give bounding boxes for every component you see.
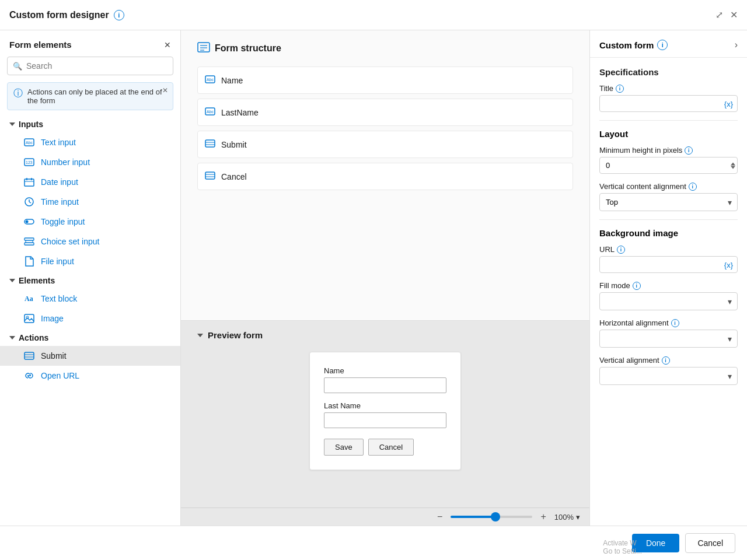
fill-mode-info-icon[interactable]: i (633, 282, 641, 290)
fill-mode-label-text: Fill mode (599, 281, 630, 290)
min-height-label-text: Minimum height in pixels (599, 146, 682, 155)
title-input[interactable] (599, 95, 738, 112)
svg-rect-20 (25, 352, 34, 359)
vert-align-bg-select[interactable]: Top Center Bottom (599, 367, 738, 385)
title-info-icon[interactable]: i (114, 10, 124, 20)
toggle-input-label: Toggle input (41, 217, 85, 226)
fill-mode-select[interactable]: Cover RepeatHorizontally RepeatVerticall… (599, 292, 738, 310)
sidebar-item-time-input[interactable]: Time input (0, 192, 180, 212)
preview-save-button[interactable]: Save (324, 439, 364, 456)
url-expression-icon[interactable]: {x} (724, 260, 733, 269)
horiz-align-container: Left Center Right ▾ (599, 330, 738, 348)
min-height-info-icon[interactable]: i (685, 146, 693, 155)
elements-list: Inputs Abc Text input 123 Number input D… (0, 115, 180, 526)
right-panel-expand-icon[interactable]: › (735, 40, 738, 50)
section-header-elements[interactable]: Elements (0, 271, 180, 289)
right-panel-title-group: Custom form i (599, 40, 668, 50)
title-field-container: {x} (599, 95, 738, 112)
form-row-cancel[interactable]: Cancel (197, 163, 573, 190)
svg-text:Abc: Abc (26, 141, 33, 145)
vert-align-bg-info-icon[interactable]: i (662, 356, 670, 365)
chevron-down-elements (9, 279, 15, 282)
submit-label: Submit (41, 351, 67, 360)
svg-text:Abc: Abc (207, 78, 214, 82)
form-structure-title: Form structure (215, 43, 281, 54)
form-structure-header: Form structure (197, 42, 573, 55)
expand-icon[interactable]: ⤢ (715, 9, 723, 20)
app-title: Custom form designer (9, 10, 109, 20)
horiz-align-label: Horizontal alignment i (599, 318, 738, 327)
left-panel-close[interactable]: ✕ (164, 40, 171, 50)
vert-align-bg-container: Top Center Bottom ▾ (599, 367, 738, 385)
sidebar-item-choice-set-input[interactable]: Choice set input (0, 232, 180, 251)
preview-lastname-label: Last Name (324, 401, 446, 410)
image-icon (23, 313, 35, 324)
url-label-text: URL (599, 245, 615, 254)
spinner-up-icon[interactable] (731, 162, 735, 165)
zoom-out-button[interactable]: − (435, 512, 445, 522)
horiz-align-label-text: Horizontal alignment (599, 318, 669, 327)
section-header-actions[interactable]: Actions (0, 328, 180, 346)
layout-title: Layout (599, 129, 738, 139)
center-panel: Form structure Abc Name Abc LastName Sub… (181, 30, 589, 526)
bg-image-title: Background image (599, 228, 738, 238)
preview-name-input[interactable] (324, 377, 446, 393)
vertical-align-select[interactable]: Top Center Bottom (599, 193, 738, 211)
zoom-slider[interactable] (451, 516, 532, 518)
text-block-label: Text block (41, 294, 77, 303)
sidebar-item-toggle-input[interactable]: Toggle input (0, 212, 180, 232)
preview-cancel-button[interactable]: Cancel (368, 439, 414, 456)
url-info-icon[interactable]: i (617, 246, 625, 254)
vertical-align-info-icon[interactable]: i (689, 183, 697, 191)
divider-2 (599, 219, 738, 220)
vert-align-bg-label-text: Vertical alignment (599, 356, 659, 365)
left-panel-header: Form elements ✕ (0, 30, 180, 57)
form-row-cancel-label: Cancel (221, 172, 247, 181)
right-panel-info-icon[interactable]: i (657, 40, 668, 50)
section-header-inputs[interactable]: Inputs (0, 115, 180, 132)
preview-lastname-input[interactable] (324, 412, 446, 428)
sidebar-item-submit[interactable]: Submit (0, 346, 180, 366)
horiz-align-select[interactable]: Left Center Right (599, 330, 738, 348)
zoom-in-button[interactable]: + (538, 512, 548, 522)
notice-close-icon[interactable]: ✕ (162, 86, 168, 94)
horiz-align-info-icon[interactable]: i (671, 319, 679, 327)
sidebar-item-number-input[interactable]: 123 Number input (0, 152, 180, 172)
url-input[interactable] (599, 256, 738, 273)
form-row-submit[interactable]: Submit (197, 131, 573, 158)
form-row-name-icon: Abc (205, 75, 215, 85)
sidebar-item-image[interactable]: Image (0, 309, 180, 328)
sidebar-item-date-input[interactable]: Date input (0, 172, 180, 192)
vertical-align-label: Vertical content alignment i (599, 182, 738, 191)
sidebar-item-open-url[interactable]: Open URL (0, 366, 180, 386)
form-row-submit-label: Submit (221, 140, 247, 149)
min-height-input[interactable] (599, 157, 738, 174)
activate-watermark: Activate WGo to Setti... (603, 539, 642, 555)
title-bar: Custom form designer i ⤢ ✕ (0, 0, 747, 30)
sidebar-item-text-input[interactable]: Abc Text input (0, 132, 180, 152)
spinner-down-icon[interactable] (731, 166, 735, 169)
min-height-container (599, 157, 738, 174)
close-icon[interactable]: ✕ (730, 9, 738, 20)
fill-mode-label: Fill mode i (599, 281, 738, 290)
svg-rect-4 (25, 179, 34, 186)
date-input-label: Date input (41, 177, 78, 187)
search-input[interactable] (7, 57, 173, 75)
sidebar-item-file-input[interactable]: File input (0, 251, 180, 271)
zoom-chevron-icon[interactable]: ▾ (576, 513, 580, 522)
right-panel-content: Specifications Title i {x} Layout Minimu… (590, 58, 747, 526)
chevron-down-actions (9, 336, 15, 340)
sidebar-item-text-block[interactable]: Aa Text block (0, 289, 180, 309)
preview-header[interactable]: Preview form (197, 330, 573, 340)
title-input-expression-icon[interactable]: {x} (724, 99, 733, 108)
left-panel: Form elements ✕ 🔍 ⓘ Actions can only be … (0, 30, 181, 526)
svg-line-10 (29, 202, 31, 203)
title-field-info-icon[interactable]: i (616, 85, 624, 93)
form-row-name[interactable]: Abc Name (197, 66, 573, 94)
search-icon: 🔍 (13, 62, 22, 71)
spinner-arrows (731, 162, 735, 169)
chevron-down-inputs (9, 123, 15, 126)
form-row-lastname[interactable]: Abc LastName (197, 99, 573, 126)
zoom-percent: 100% ▾ (554, 513, 580, 522)
cancel-button[interactable]: Cancel (685, 533, 735, 553)
